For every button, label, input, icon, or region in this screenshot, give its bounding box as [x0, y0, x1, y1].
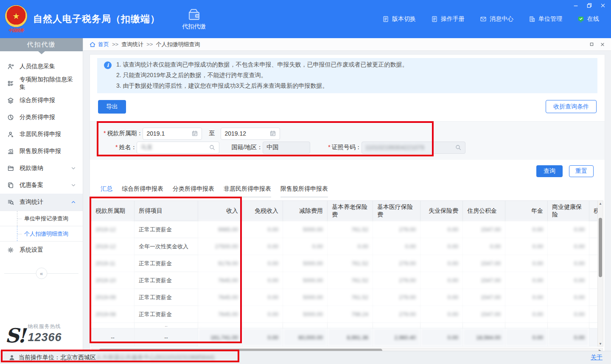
cell: 正常工资薪金: [135, 221, 198, 238]
tab-nonresident[interactable]: 非居民所得申报表: [224, 185, 271, 197]
breadcrumb-separator: >>: [112, 41, 118, 47]
sidebar-item-nonresident-income[interactable]: 非居民所得申报: [0, 126, 83, 143]
cell: 5000.00: [283, 306, 328, 323]
sidebar-subitem-label: 个人扣缴明细查询: [24, 230, 68, 238]
sidebar-subitem-unit-declare-query[interactable]: 单位申报记录查询: [0, 211, 83, 226]
query-form: *税款所属期： 2019.1 至 2019.12 *姓名： 马某 国籍/地区：: [90, 121, 605, 160]
sidebar-item-comprehensive-income[interactable]: 综合所得申报: [0, 92, 83, 109]
win-restore-icon[interactable]: [586, 3, 592, 8]
sidebar-item-tax-payment[interactable]: 税款缴纳: [0, 160, 83, 177]
panel-close-icon[interactable]: [600, 42, 605, 47]
tab-comprehensive[interactable]: 综合所得申报表: [122, 185, 163, 197]
cell: [283, 323, 328, 328]
search-icon[interactable]: [455, 144, 462, 151]
search-list-icon: [7, 199, 14, 206]
cell: [463, 323, 505, 328]
sidebar-subitem-personal-detail-query[interactable]: 个人扣缴明细查询: [0, 226, 83, 242]
wallet-large-icon: [187, 8, 201, 21]
header-menu-org-manage[interactable]: 单位管理: [529, 15, 562, 23]
header-menu-label: 操作手册: [441, 15, 465, 23]
current-unit-label: 当前操作单位：北京市西城区人力资源公共服务中心(9111010231968584…: [19, 354, 215, 361]
cell: 5000.00: [283, 289, 328, 306]
sidebar-item-preferential-filing[interactable]: 优惠备案: [0, 177, 83, 194]
cell: 0.00: [243, 255, 283, 272]
tab-restricted[interactable]: 限售股所得申报表: [280, 185, 328, 197]
cell: 正常工资薪金: [135, 272, 198, 289]
cell: 9178.00: [198, 255, 243, 272]
period-to-input[interactable]: 2019.12: [221, 128, 280, 140]
cell: 5000.00: [283, 221, 328, 238]
sidebar-item-classified-income[interactable]: 分类所得申报: [0, 109, 83, 126]
calendar-icon[interactable]: [269, 130, 276, 137]
cell: 0.00: [420, 221, 463, 238]
cell: 正常工资薪金: [135, 289, 198, 306]
cell: 27500.00: [198, 238, 243, 255]
vertical-scroll-thumb[interactable]: [599, 218, 602, 277]
period-from-input[interactable]: 2019.1: [143, 128, 202, 140]
search-button[interactable]: 查询: [536, 165, 563, 177]
name-input[interactable]: 马某: [137, 142, 219, 154]
sidebar-item-label: 限售股所得申报: [20, 147, 61, 155]
sidebar-sublist: 单位申报记录查询个人扣缴明细查询: [0, 211, 83, 242]
sidebar-collapse-button[interactable]: «: [36, 268, 47, 279]
vertical-scrollbar[interactable]: ▲ ▼: [597, 200, 603, 347]
breadcrumb: 首页 >> 查询统计 >> 个人扣缴明细查询: [83, 38, 611, 51]
period-label: *税款所属期：: [104, 130, 143, 137]
chevron-up-icon: [70, 199, 77, 206]
cell: [373, 323, 420, 328]
about-link[interactable]: 关于: [591, 354, 603, 361]
id-number-input: 110102199304221079: [362, 142, 465, 154]
header-menu-version-switch[interactable]: 版本切换: [382, 15, 416, 23]
win-minimize-icon[interactable]: [573, 3, 579, 8]
cell: [589, 221, 598, 238]
header-menu-manual[interactable]: 操作手册: [431, 15, 465, 23]
table-row: 2019-08正常工资薪金7645.000.005000.00798.24279…: [91, 306, 598, 323]
breadcrumb-home[interactable]: 首页: [89, 41, 109, 48]
column-header: 税: [589, 201, 598, 221]
calendar-icon[interactable]: [191, 130, 198, 137]
sidebar-item-label: 人员信息采集: [20, 63, 55, 70]
collapse-query-button[interactable]: 收折查询条件: [546, 100, 597, 113]
window-controls: [573, 3, 606, 8]
sidebar-item-restricted-shares[interactable]: 限售股所得申报: [0, 143, 83, 160]
cell: 0.00: [243, 221, 283, 238]
folder-icon: [7, 165, 14, 172]
reset-button[interactable]: 重置: [569, 165, 594, 177]
sidebar-item-label: 非居民所得申报: [20, 131, 61, 138]
cell: 9985.00: [198, 221, 243, 238]
column-header: 基本养老保险费: [328, 201, 373, 221]
cell: 0.00: [243, 272, 283, 289]
panel-restore-icon[interactable]: [589, 42, 594, 47]
horizontal-scrollbar[interactable]: ◀ ▶: [92, 348, 603, 351]
app-title: 自然人电子税务局（扣缴端）: [33, 13, 160, 25]
cell: [328, 323, 373, 328]
header-menu-message-center[interactable]: 消息中心: [480, 15, 513, 23]
cell: [589, 255, 598, 272]
name-value-masked: 马某: [140, 144, 209, 151]
win-close-icon[interactable]: [600, 3, 606, 8]
query-panel: i 1. 该查询统计表仅能查询已申报成功的数据，不包含未申报、申报失败，已申报但…: [90, 54, 605, 351]
module-item-withholding[interactable]: 代扣代缴: [182, 8, 206, 31]
sidebar-item-personnel[interactable]: 人员信息采集: [0, 58, 83, 75]
scroll-down-arrow-icon[interactable]: ▼: [598, 341, 603, 346]
cell: [243, 323, 283, 328]
sidebar-item-query-statistics[interactable]: 查询统计: [0, 194, 83, 211]
tab-classified[interactable]: 分类所得申报表: [173, 185, 214, 197]
mail-icon: [480, 16, 487, 22]
scroll-up-arrow-icon[interactable]: ▲: [598, 201, 603, 206]
layers-icon: [7, 97, 14, 104]
cell: 0.00: [505, 328, 548, 347]
tab-summary[interactable]: 汇总: [101, 185, 112, 197]
unit-name-masked: 人力资源公共服务中心(91110102319685844): [96, 354, 215, 361]
cell: 2019-12: [91, 221, 135, 238]
header-menu-online-status[interactable]: 在线: [577, 15, 599, 23]
sidebar-item-system-settings[interactable]: 系统设置: [0, 242, 83, 258]
sidebar-item-special-deduction[interactable]: 专项附加扣除信息采集: [0, 75, 83, 92]
export-button[interactable]: 导出: [98, 100, 126, 114]
cell: 0.00: [420, 272, 463, 289]
cell: 2019-12: [91, 238, 135, 255]
cell: 2019-09: [91, 289, 135, 306]
national-emblem-icon: ★: [5, 5, 27, 27]
search-icon[interactable]: [209, 144, 216, 151]
cell: 5000.00: [283, 255, 328, 272]
